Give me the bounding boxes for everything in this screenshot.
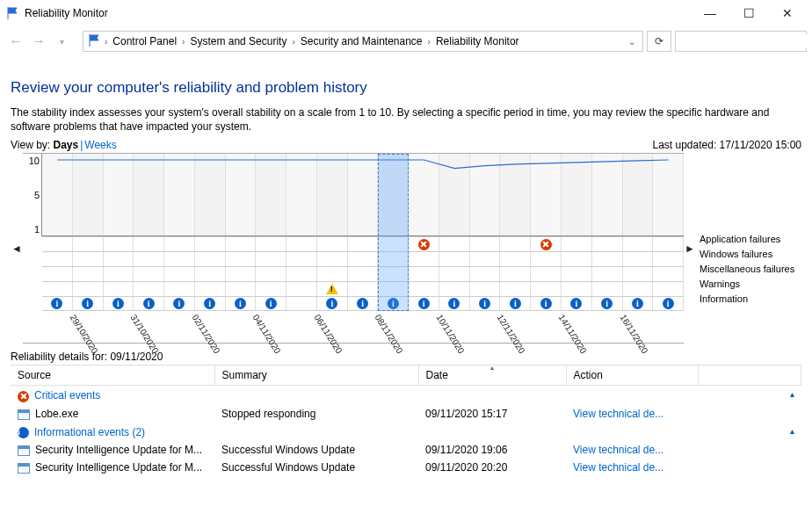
chart-event-cell[interactable]	[42, 252, 73, 266]
chart-event-cell[interactable]: i	[439, 297, 470, 310]
chart-event-cell[interactable]: i	[378, 297, 409, 310]
chart-event-cell[interactable]	[42, 282, 73, 296]
chart-day-column[interactable]	[134, 154, 164, 235]
chart-event-cell[interactable]	[256, 267, 286, 281]
chart-event-cell[interactable]	[195, 237, 226, 251]
chart-event-cell[interactable]	[73, 282, 104, 296]
chart-event-cell[interactable]	[653, 237, 684, 251]
chart-day-column[interactable]	[317, 154, 348, 235]
chart-day-column[interactable]	[195, 154, 226, 235]
chart-event-cell[interactable]	[286, 267, 317, 281]
chart-event-cell[interactable]	[226, 237, 257, 251]
chart-event-cell[interactable]	[531, 252, 562, 266]
viewby-days-link[interactable]: Days	[53, 139, 78, 151]
details-group-header[interactable]: Critical events▴	[11, 386, 801, 405]
chart-day-column[interactable]	[500, 154, 531, 235]
chart-day-column[interactable]	[653, 154, 684, 235]
chart-scroll-right[interactable]: ►	[684, 153, 696, 344]
chart-event-cell[interactable]	[317, 237, 348, 251]
chart-event-cell[interactable]: i	[653, 297, 684, 310]
chart-event-cell[interactable]	[73, 267, 104, 281]
chart-event-cell[interactable]	[378, 252, 409, 266]
chart-event-cell[interactable]	[592, 237, 623, 251]
chart-scroll-left[interactable]: ◄	[11, 153, 23, 344]
chart-event-cell[interactable]	[470, 267, 501, 281]
chart-event-cell[interactable]	[317, 252, 348, 266]
recent-locations-button[interactable]: ▾	[51, 31, 72, 52]
chart-event-cell[interactable]	[562, 237, 592, 251]
back-button[interactable]: ←	[5, 31, 26, 52]
chart-event-cell[interactable]	[42, 267, 73, 281]
chart-event-cell[interactable]: i	[470, 297, 501, 310]
search-input[interactable]	[679, 34, 812, 48]
chart-day-column[interactable]	[623, 154, 654, 235]
chart-event-cell[interactable]	[134, 282, 164, 296]
refresh-button[interactable]: ⟳	[647, 31, 671, 52]
reliability-chart[interactable]: 10 5 1 iiiiiiiiiiiiiiiiiiii 29/10/202031…	[23, 153, 684, 344]
chart-event-cell[interactable]	[500, 267, 531, 281]
chart-event-cell[interactable]	[623, 252, 654, 266]
chart-event-cell[interactable]: i	[562, 297, 592, 310]
chart-event-cell[interactable]	[500, 282, 531, 296]
chart-event-cell[interactable]	[73, 252, 104, 266]
chart-event-cell[interactable]: i	[134, 297, 164, 310]
details-row[interactable]: Lobe.exeStopped responding09/11/2020 15:…	[11, 405, 801, 423]
details-row[interactable]: Security Intelligence Update for M...Suc…	[11, 441, 801, 459]
chart-event-cell[interactable]	[256, 252, 286, 266]
chevron-up-icon[interactable]: ▴	[790, 389, 794, 399]
column-header-date[interactable]: ▴Date	[418, 365, 566, 386]
chart-event-cell[interactable]	[500, 252, 531, 266]
view-technical-details-link[interactable]: View technical de...	[573, 461, 663, 474]
chart-day-column[interactable]	[226, 154, 257, 235]
chart-event-cell[interactable]: i	[104, 297, 134, 310]
chart-event-cell[interactable]	[317, 282, 348, 296]
forward-button[interactable]: →	[28, 31, 49, 52]
chart-event-cell[interactable]	[226, 252, 257, 266]
chart-event-cell[interactable]	[653, 282, 684, 296]
breadcrumb-item[interactable]: Control Panel	[111, 35, 178, 47]
chart-event-cell[interactable]	[592, 282, 623, 296]
chart-event-cell[interactable]	[439, 252, 470, 266]
chart-event-cell[interactable]	[470, 252, 501, 266]
chevron-up-icon[interactable]: ▴	[790, 426, 794, 436]
chart-event-cell[interactable]: i	[592, 297, 623, 310]
chart-event-cell[interactable]	[73, 237, 104, 251]
chart-day-column[interactable]	[439, 154, 470, 235]
chart-day-column[interactable]	[286, 154, 317, 235]
chart-event-cell[interactable]	[439, 237, 470, 251]
minimize-button[interactable]: ―	[691, 1, 729, 25]
chart-day-column[interactable]	[73, 154, 104, 235]
chart-event-cell[interactable]	[256, 282, 286, 296]
chevron-right-icon[interactable]: ›	[182, 37, 185, 47]
address-breadcrumb[interactable]: › Control Panel › System and Security › …	[83, 31, 643, 52]
search-box[interactable]: 🔍	[675, 31, 807, 52]
chart-day-column[interactable]	[164, 154, 195, 235]
chart-event-cell[interactable]	[134, 267, 164, 281]
chart-event-cell[interactable]	[623, 267, 654, 281]
chart-event-cell[interactable]	[409, 282, 439, 296]
chart-event-cell[interactable]	[134, 252, 164, 266]
chart-event-cell[interactable]	[531, 237, 562, 251]
chart-event-cell[interactable]	[104, 237, 134, 251]
chart-event-cell[interactable]	[164, 237, 195, 251]
chart-day-column[interactable]	[531, 154, 562, 235]
chart-day-column[interactable]	[592, 154, 623, 235]
chart-event-cell[interactable]	[164, 282, 195, 296]
chart-event-cell[interactable]	[562, 252, 592, 266]
chart-event-rows[interactable]: iiiiiiiiiiiiiiiiiiii	[42, 236, 684, 311]
chart-event-cell[interactable]	[348, 282, 379, 296]
chart-event-cell[interactable]	[592, 252, 623, 266]
chart-event-cell[interactable]	[439, 267, 470, 281]
chart-event-cell[interactable]	[317, 267, 348, 281]
column-header-source[interactable]: Source	[11, 365, 214, 386]
chart-event-cell[interactable]	[409, 237, 439, 251]
chart-event-cell[interactable]	[104, 252, 134, 266]
view-technical-details-link[interactable]: View technical de...	[573, 408, 663, 420]
chart-event-cell[interactable]: i	[531, 297, 562, 310]
viewby-weeks-link[interactable]: Weeks	[84, 139, 116, 151]
chart-event-cell[interactable]	[562, 267, 592, 281]
chart-event-cell[interactable]: i	[623, 297, 654, 310]
chart-event-cell[interactable]: i	[409, 297, 439, 310]
chart-plot-area[interactable]	[42, 154, 684, 236]
close-button[interactable]: ✕	[768, 1, 807, 25]
